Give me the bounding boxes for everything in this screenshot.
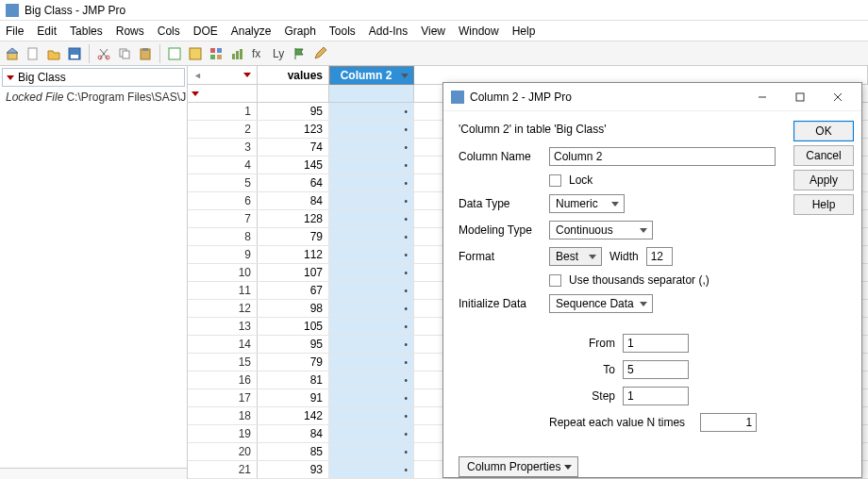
menu-file[interactable]: File xyxy=(6,25,24,38)
cell-column2[interactable]: • xyxy=(329,174,414,191)
tool-fx-icon[interactable]: fx xyxy=(249,45,266,62)
help-button[interactable]: Help xyxy=(793,194,854,215)
menu-rows[interactable]: Rows xyxy=(116,25,144,38)
cell-values[interactable]: 107 xyxy=(258,264,329,281)
row-number[interactable]: 11 xyxy=(188,282,258,299)
tool-flag-icon[interactable] xyxy=(291,45,308,62)
row-number[interactable]: 17 xyxy=(188,389,258,406)
row-number[interactable]: 4 xyxy=(188,157,258,173)
width-input[interactable] xyxy=(646,247,673,266)
row-number[interactable]: 2 xyxy=(188,121,258,138)
row-menu-icon[interactable] xyxy=(192,91,199,96)
column-properties-button[interactable]: Column Properties xyxy=(459,456,578,477)
menu-analyze[interactable]: Analyze xyxy=(231,25,272,38)
tool-paste-icon[interactable] xyxy=(137,45,154,62)
colname-input[interactable] xyxy=(549,147,776,166)
cell-values[interactable]: 105 xyxy=(258,318,329,335)
cell-values[interactable]: 145 xyxy=(258,157,329,173)
menu-tables[interactable]: Tables xyxy=(70,25,103,38)
row-number[interactable]: 21 xyxy=(188,461,258,478)
tool-ly-icon[interactable]: Ly xyxy=(270,45,287,62)
row-number[interactable]: 16 xyxy=(188,372,258,388)
row-number[interactable]: 10 xyxy=(188,264,258,281)
cell-values[interactable]: 79 xyxy=(258,228,329,245)
menu-cols[interactable]: Cols xyxy=(158,25,180,38)
cell-values[interactable]: 95 xyxy=(258,336,329,353)
cell-values[interactable]: 81 xyxy=(258,372,329,388)
row-number[interactable]: 13 xyxy=(188,318,258,335)
tool-home-icon[interactable] xyxy=(4,45,21,62)
cell-values[interactable]: 142 xyxy=(258,407,329,424)
cell-column2[interactable]: • xyxy=(329,192,414,209)
cell-values[interactable]: 64 xyxy=(258,174,329,191)
cell-column2[interactable]: • xyxy=(329,354,414,371)
cell-values[interactable]: 79 xyxy=(258,354,329,371)
tool-cut-icon[interactable] xyxy=(95,45,112,62)
cell-values[interactable]: 84 xyxy=(258,425,329,442)
cell-column2[interactable]: • xyxy=(329,157,414,173)
corner-menu-icon[interactable] xyxy=(243,73,251,77)
cell-column2[interactable]: • xyxy=(329,407,414,424)
cell-values[interactable]: 74 xyxy=(258,139,329,156)
cell-column2[interactable]: • xyxy=(329,461,414,478)
to-input[interactable] xyxy=(623,360,689,379)
tool-grid-icon[interactable] xyxy=(208,45,225,62)
format-select[interactable]: Best xyxy=(549,247,602,266)
cell-column2[interactable]: • xyxy=(329,425,414,442)
cell-column2[interactable]: • xyxy=(329,103,414,120)
cell-values[interactable]: 85 xyxy=(258,443,329,460)
row-number[interactable]: 3 xyxy=(188,139,258,156)
menu-window[interactable]: Window xyxy=(459,25,499,38)
disclosure-icon[interactable] xyxy=(7,75,14,80)
apply-button[interactable]: Apply xyxy=(793,170,854,190)
cell-values[interactable]: 93 xyxy=(258,461,329,478)
cell-column2[interactable]: • xyxy=(329,300,414,317)
menu-doe[interactable]: DOE xyxy=(193,25,218,38)
row-number[interactable]: 6 xyxy=(188,192,258,209)
tool-pencil-icon[interactable] xyxy=(311,45,328,62)
cell-column2[interactable]: • xyxy=(329,228,414,245)
step-input[interactable] xyxy=(623,387,689,405)
row-number[interactable]: 14 xyxy=(188,336,258,353)
cell-values[interactable]: 98 xyxy=(258,300,329,317)
row-number[interactable]: 18 xyxy=(188,407,258,424)
cell-column2[interactable]: • xyxy=(329,282,414,299)
row-number[interactable]: 12 xyxy=(188,300,258,317)
cell-column2[interactable]: • xyxy=(329,210,414,227)
row-number[interactable]: 8 xyxy=(188,228,258,245)
cell-values[interactable]: 95 xyxy=(258,103,329,120)
cell-column2[interactable]: • xyxy=(329,246,414,263)
menu-view[interactable]: View xyxy=(421,25,445,38)
tool-save-icon[interactable] xyxy=(66,45,83,62)
col-header-column2[interactable]: Column 2 xyxy=(329,66,414,85)
cell-values[interactable]: 123 xyxy=(258,121,329,138)
tool-open-icon[interactable] xyxy=(45,45,62,62)
row-number[interactable]: 5 xyxy=(188,174,258,191)
menu-addins[interactable]: Add-Ins xyxy=(369,25,408,38)
menu-tools[interactable]: Tools xyxy=(329,25,356,38)
modeling-select[interactable]: Continuous xyxy=(549,221,653,240)
col-header-values[interactable]: values xyxy=(258,66,329,84)
left-panel-splitter[interactable] xyxy=(0,468,187,479)
lock-checkbox[interactable] xyxy=(549,174,561,187)
cell-column2[interactable]: • xyxy=(329,336,414,353)
cell-column2[interactable]: • xyxy=(329,139,414,156)
thousands-checkbox[interactable] xyxy=(549,274,561,287)
cell-column2[interactable]: • xyxy=(329,318,414,335)
cell-column2[interactable]: • xyxy=(329,372,414,388)
row-number[interactable]: 1 xyxy=(188,103,258,120)
menu-graph[interactable]: Graph xyxy=(284,25,315,38)
tool-chart-icon[interactable] xyxy=(228,45,245,62)
cell-values[interactable]: 84 xyxy=(258,192,329,209)
cell-column2[interactable]: • xyxy=(329,264,414,281)
row-number[interactable]: 20 xyxy=(188,443,258,460)
init-select[interactable]: Sequence Data xyxy=(549,294,653,313)
maximize-button[interactable] xyxy=(784,87,816,107)
row-number[interactable]: 9 xyxy=(188,246,258,263)
grid-corner[interactable]: ◄ xyxy=(188,66,258,84)
ok-button[interactable]: OK xyxy=(793,121,854,141)
tool-copy-icon[interactable] xyxy=(116,45,133,62)
cell-values[interactable]: 112 xyxy=(258,246,329,263)
tool-b-icon[interactable] xyxy=(187,45,204,62)
dialog-titlebar[interactable]: Column 2 - JMP Pro xyxy=(443,83,861,111)
